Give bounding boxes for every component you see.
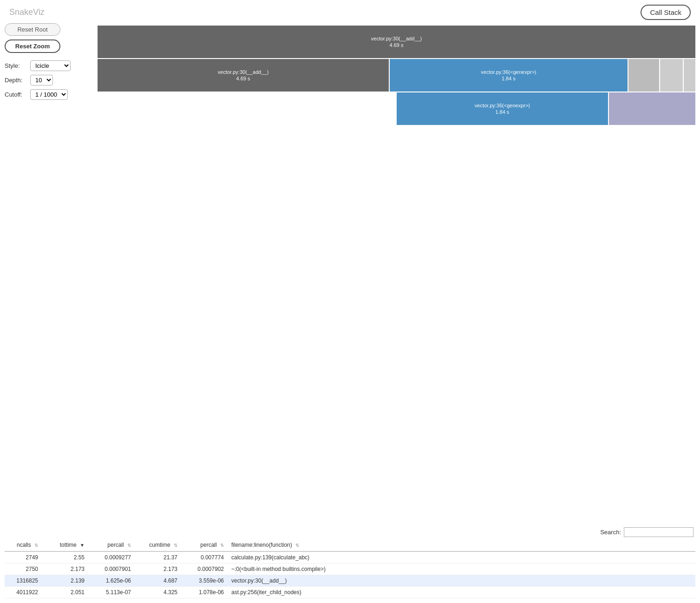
sidebar: Reset Root Reset Zoom Style: Icicle Sunb… bbox=[5, 23, 88, 25]
app-header: SnakeViz Call Stack bbox=[0, 0, 700, 25]
app-title: SnakeViz bbox=[9, 7, 45, 17]
reset-root-button[interactable]: Reset Root bbox=[5, 23, 60, 25]
call-stack-button[interactable]: Call Stack bbox=[641, 5, 691, 20]
